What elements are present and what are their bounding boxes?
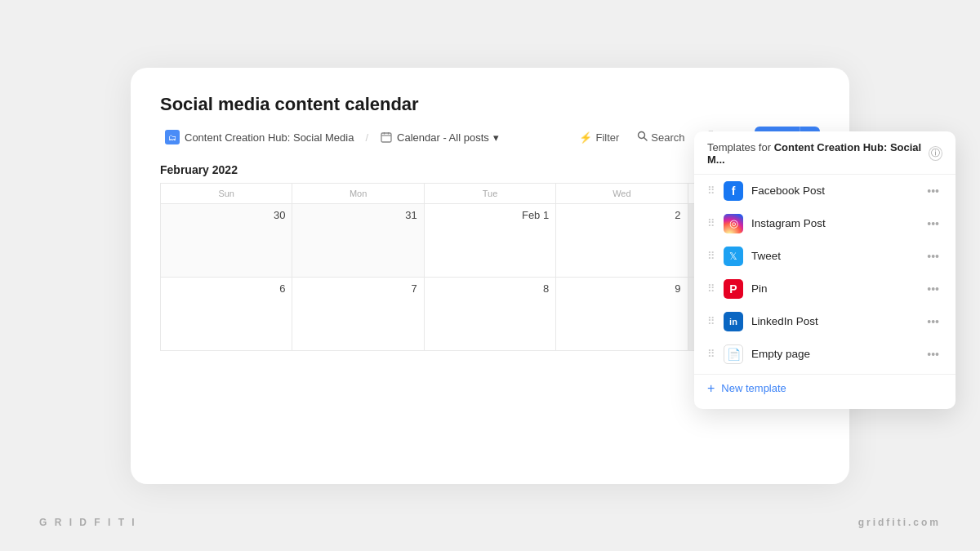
template-item-facebook[interactable]: ⠿ f Facebook Post ••• bbox=[694, 175, 956, 207]
template-item-empty[interactable]: ⠿ 📄 Empty page ••• bbox=[694, 338, 956, 371]
day-cell-2[interactable]: 2 bbox=[556, 204, 688, 278]
day-cell-8[interactable]: 8 bbox=[425, 278, 556, 351]
view-selector[interactable]: Calendar - All posts ▾ bbox=[375, 127, 504, 147]
template-name-empty: Empty page bbox=[751, 348, 915, 360]
search-icon bbox=[637, 131, 648, 144]
drag-handle: ⠿ bbox=[707, 348, 715, 360]
svg-rect-0 bbox=[381, 133, 391, 142]
template-more-linkedin[interactable]: ••• bbox=[924, 313, 942, 330]
template-more-pinterest[interactable]: ••• bbox=[924, 281, 942, 297]
day-num: 31 bbox=[299, 209, 416, 221]
footer-right: gridfiti.com bbox=[858, 517, 941, 528]
day-cell-7[interactable]: 7 bbox=[292, 278, 424, 351]
day-num: 6 bbox=[167, 282, 285, 295]
day-num: 9 bbox=[563, 282, 680, 295]
calendar-icon bbox=[380, 131, 393, 144]
template-item-linkedin[interactable]: ⠿ in LinkedIn Post ••• bbox=[694, 305, 956, 338]
template-icon-pinterest: P bbox=[724, 279, 743, 299]
drag-handle: ⠿ bbox=[707, 315, 715, 327]
drag-handle: ⠿ bbox=[707, 184, 715, 197]
calendar-month-label: February 2022 bbox=[160, 163, 238, 176]
view-label: Calendar - All posts bbox=[397, 131, 489, 144]
filter-icon: ⚡ bbox=[579, 131, 592, 144]
drag-handle: ⠿ bbox=[707, 250, 715, 262]
template-icon-linkedin: in bbox=[724, 312, 743, 331]
info-icon[interactable]: ⓘ bbox=[929, 146, 942, 161]
filter-button[interactable]: ⚡ Filter bbox=[572, 127, 626, 148]
template-icon-facebook: f bbox=[724, 181, 743, 201]
page-title: Social media content calendar bbox=[160, 94, 820, 115]
template-icon-empty: 📄 bbox=[724, 344, 743, 364]
new-template-button[interactable]: + New template bbox=[694, 374, 956, 402]
main-card: Social media content calendar 🗂 Content … bbox=[131, 68, 849, 484]
footer: G R I D F I T I gridfiti.com bbox=[0, 517, 980, 528]
day-header-tue: Tue bbox=[425, 184, 556, 204]
day-cell-6[interactable]: 6 bbox=[161, 278, 292, 351]
template-dropdown: Templates for Content Creation Hub: Soci… bbox=[694, 131, 956, 409]
svg-line-5 bbox=[644, 138, 648, 141]
day-cell-9[interactable]: 9 bbox=[556, 278, 688, 351]
template-item-twitter[interactable]: ⠿ 𝕏 Tweet ••• bbox=[694, 240, 956, 273]
day-header-sun: Sun bbox=[161, 184, 292, 204]
separator: / bbox=[365, 131, 368, 144]
breadcrumb-label: Content Creation Hub: Social Media bbox=[185, 131, 354, 144]
footer-left: G R I D F I T I bbox=[39, 517, 137, 528]
day-header-mon: Mon bbox=[292, 184, 424, 204]
day-cell-31[interactable]: 31 bbox=[292, 204, 424, 278]
day-num: 8 bbox=[431, 282, 549, 295]
template-icon-instagram: ◎ bbox=[724, 214, 743, 233]
day-cell-30[interactable]: 30 bbox=[161, 204, 292, 278]
view-chevron: ▾ bbox=[493, 131, 499, 144]
drag-handle: ⠿ bbox=[707, 282, 715, 295]
search-label: Search bbox=[651, 131, 684, 144]
template-more-twitter[interactable]: ••• bbox=[924, 248, 942, 264]
dropdown-header: Templates for Content Creation Hub: Soci… bbox=[694, 141, 956, 175]
plus-icon: + bbox=[707, 381, 715, 396]
search-button[interactable]: Search bbox=[630, 127, 691, 148]
dropdown-db-name: Content Creation Hub: Social M... bbox=[707, 141, 921, 166]
template-item-instagram[interactable]: ⠿ ◎ Instagram Post ••• bbox=[694, 207, 956, 240]
template-name-pinterest: Pin bbox=[751, 282, 915, 295]
template-name-facebook: Facebook Post bbox=[751, 184, 915, 197]
template-name-linkedin: LinkedIn Post bbox=[751, 315, 915, 327]
day-num: 2 bbox=[563, 209, 680, 221]
template-icon-twitter: 𝕏 bbox=[724, 247, 743, 266]
template-name-instagram: Instagram Post bbox=[751, 217, 915, 229]
day-num: 7 bbox=[299, 282, 416, 295]
template-more-instagram[interactable]: ••• bbox=[924, 216, 942, 232]
day-num: 30 bbox=[167, 209, 285, 221]
breadcrumb-item[interactable]: 🗂 Content Creation Hub: Social Media bbox=[160, 127, 359, 148]
dropdown-header-text: Templates for Content Creation Hub: Soci… bbox=[707, 141, 929, 166]
template-more-facebook[interactable]: ••• bbox=[924, 183, 942, 199]
breadcrumb-icon: 🗂 bbox=[165, 130, 180, 144]
new-template-label: New template bbox=[721, 382, 786, 394]
template-list: ⠿ f Facebook Post ••• ⠿ ◎ Instagram Post… bbox=[694, 175, 956, 371]
drag-handle: ⠿ bbox=[707, 217, 715, 229]
day-cell-feb1[interactable]: Feb 1 bbox=[425, 204, 556, 278]
day-num: Feb 1 bbox=[431, 209, 549, 221]
template-item-pinterest[interactable]: ⠿ P Pin ••• bbox=[694, 273, 956, 305]
template-name-twitter: Tweet bbox=[751, 250, 915, 262]
day-header-wed: Wed bbox=[556, 184, 688, 204]
template-more-empty[interactable]: ••• bbox=[924, 346, 942, 362]
filter-label: Filter bbox=[595, 131, 619, 144]
